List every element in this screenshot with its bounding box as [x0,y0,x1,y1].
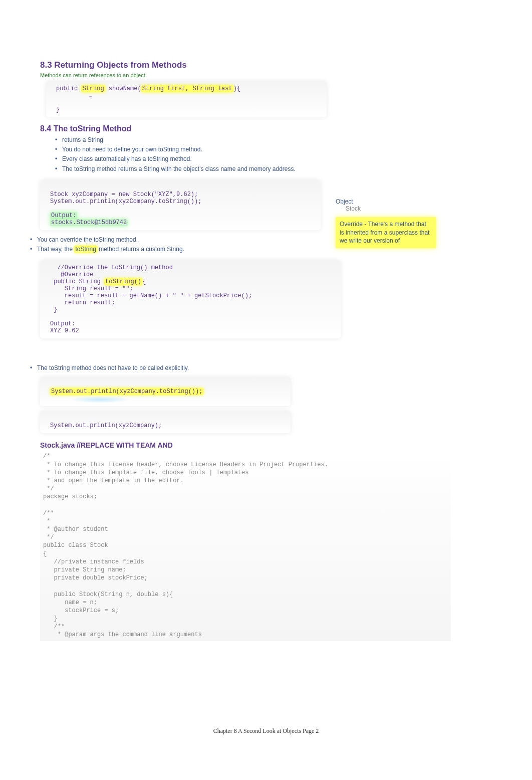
page-footer: Chapter 8 A Second Look at Objects Page … [0,727,532,735]
output-value: stocks.Stock@15db9742 [50,219,128,226]
code-text: result = result + getName() + " " + getS… [50,292,252,299]
subtitle-8-3: Methods can return references to an obje… [40,72,492,78]
highlight-params: String first, String last [141,85,233,92]
code-text: System.out.println(xyzCompany.toString()… [50,198,201,205]
highlight-tostring: toString [74,246,97,253]
scribble-mark [50,395,122,402]
code-text: } [50,306,57,313]
heading-8-3: 8.3 Returning Objects from Methods [40,60,492,70]
code-text: System.out.println(xyzCompany); [50,422,162,429]
output-label: Output: [50,320,75,327]
code-text: String result = ""; [50,285,133,292]
right-column: Object Stock Override - There's a method… [336,178,492,248]
two-column-layout: Stock xyzCompany = new Stock("XYZ",9.62)… [40,178,492,258]
stock-java-title: Stock.java //REPLACE WITH TEAM AND [40,441,492,449]
bullet-item: That way, the toString method returns a … [30,245,321,254]
code-text: public String [50,278,104,285]
stock-java-code: /* * To change this license header, choo… [40,450,451,641]
bullet-item: returns a String [55,135,492,145]
page-content: 8.3 Returning Objects from Methods Metho… [0,0,532,661]
code-println-tostring: System.out.println(xyzCompany.toString()… [40,377,291,406]
override-bullets: You can override the toString method. Th… [30,235,321,254]
code-println-direct: System.out.println(xyzCompany); [40,411,291,433]
output-label: Output: [50,212,77,219]
heading-8-4: 8.4 The toString Method [40,124,492,133]
code-text: … [56,92,92,99]
code-showname: public String showName(String first, Str… [46,81,327,117]
explicit-bullet-list: The toString method does not have to be … [30,363,492,373]
code-text: Stock xyzCompany = new Stock("XYZ",9.62)… [50,191,198,198]
highlight-tostring-method: toString() [104,278,142,285]
code-text: public [56,85,81,92]
bullet-item: The toString method does not have to be … [30,363,492,373]
output-value: XYZ 9.62 [50,327,79,334]
highlight-string: String [81,85,105,92]
bullet-item: The toString method returns a String wit… [55,164,492,174]
bullet-list-8-4: returns a String You do not need to defi… [55,135,492,174]
code-text: ){ [233,85,240,92]
code-text: { [142,278,146,285]
bullet-item: You do not need to define your own toStr… [55,145,492,154]
code-text: } [56,106,60,113]
bullet-item: Every class automatically has a toString… [55,154,492,164]
code-text: @Override [50,271,93,278]
code-text: //Override the toString() method [50,264,173,271]
code-stock-new: Stock xyzCompany = new Stock("XYZ",9.62)… [40,180,321,230]
bullet-item: You can override the toString method. [30,235,321,245]
object-label: Object [336,198,492,205]
override-note: Override - There's a method that is inhe… [336,217,436,248]
code-override-tostring: //Override the toString() method @Overri… [40,260,341,338]
left-column: Stock xyzCompany = new Stock("XYZ",9.62)… [40,178,321,258]
code-text: return result; [50,299,115,306]
highlight-line: System.out.println(xyzCompany.toString()… [50,388,203,395]
stock-label: Stock [346,205,492,212]
code-text: showName( [105,85,141,92]
